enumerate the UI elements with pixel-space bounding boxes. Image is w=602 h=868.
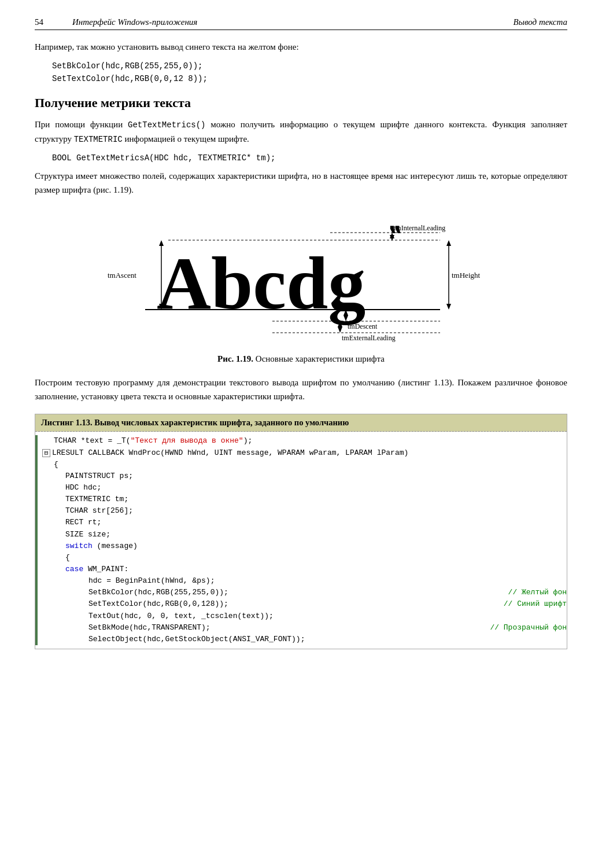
section-para2: Структура имеет множество полей, содержа… [35,169,567,197]
code-line-7: TCHAR str[256]; [35,505,567,517]
func-decl: BOOL GetTextMetricsA(HDC hdc, TEXTMETRIC… [52,152,567,164]
code-line-6: TEXTMETRIC tm; [35,494,567,505]
svg-text:tmHeight: tmHeight [452,271,480,279]
code-line-9: SIZE size; [35,529,567,540]
code-line-17: SetBkMode(hdc,TRANSPARENT); // Прозрачны… [35,622,567,634]
figure-container: Abcdg ‟ tmAscent tmInternalLeading tmDes… [35,208,567,364]
code-line-14: SetBkColor(hdc,RGB(255,255,0)); // Желты… [35,587,567,598]
code-line-3: { [35,459,567,470]
code-line-11: { [35,552,567,564]
page-header: 54 Интерфейс Windows-приложения Вывод те… [35,17,567,30]
section-para1: При помощи функции GetTextMetrics() можн… [35,117,567,146]
code-line-10: switch (message) [35,540,567,552]
code-line-1: TCHAR *text = _T("Текст для вывода в окн… [35,435,567,447]
code-line-4: PAINTSTRUCT ps; [35,470,567,482]
intro-code-line-2: SetTextColor(hdc,RGB(0,0,12 8)); [52,72,567,85]
collapse-icon[interactable]: ⊟ [42,449,50,457]
svg-text:tmExternalLeading: tmExternalLeading [342,334,396,342]
code-line-8: RECT rt; [35,517,567,528]
code-line-13: hdc = BeginPaint(hWnd, &ps); [35,575,567,587]
listing-box: Листинг 1.13. Вывод числовых характерист… [35,414,567,649]
listing-header: Листинг 1.13. Вывод числовых характерист… [35,414,567,432]
svg-text:tmDescent: tmDescent [348,322,378,330]
code-line-15: SetTextColor(hdc,RGB(0,0,128)); // Синий… [35,598,567,610]
intro-code: SetBkColor(hdc,RGB(255,255,0)); SetTextC… [52,60,567,86]
intro-paragraph: Например, так можно установить вывод син… [35,41,567,54]
figure-caption: Рис. 1.19. Основные характеристики шрифт… [35,354,567,364]
code-line-18: SelectObject(hdc,GetStockObject(ANSI_VAR… [35,634,567,645]
code-line-16: TextOut(hdc, 0, 0, text, _tcsclen(text))… [35,610,567,622]
code-line-2: ⊟LRESULT CALLBACK WndProc(HWND hWnd, UIN… [35,447,567,459]
header-right-text: Вывод текста [514,17,567,27]
svg-text:tmInternalLeading: tmInternalLeading [394,224,445,232]
svg-text:Abcdg: Abcdg [157,241,365,325]
listing-code: TCHAR *text = _T("Текст для вывода в окн… [35,432,567,649]
section-title: Получение метрики текста [35,95,567,111]
code-line-12: case WM_PAINT: [35,564,567,575]
svg-text:tmAscent: tmAscent [108,271,136,279]
page-number: 54 [35,17,43,27]
intro-code-line-1: SetBkColor(hdc,RGB(255,255,0)); [52,60,567,72]
section-para3: Построим тестовую программу для демонстр… [35,376,567,403]
header-left-text: Интерфейс Windows-приложения [72,17,197,27]
figure-svg: Abcdg ‟ tmAscent tmInternalLeading tmDes… [99,208,504,350]
code-line-5: HDC hdc; [35,482,567,494]
